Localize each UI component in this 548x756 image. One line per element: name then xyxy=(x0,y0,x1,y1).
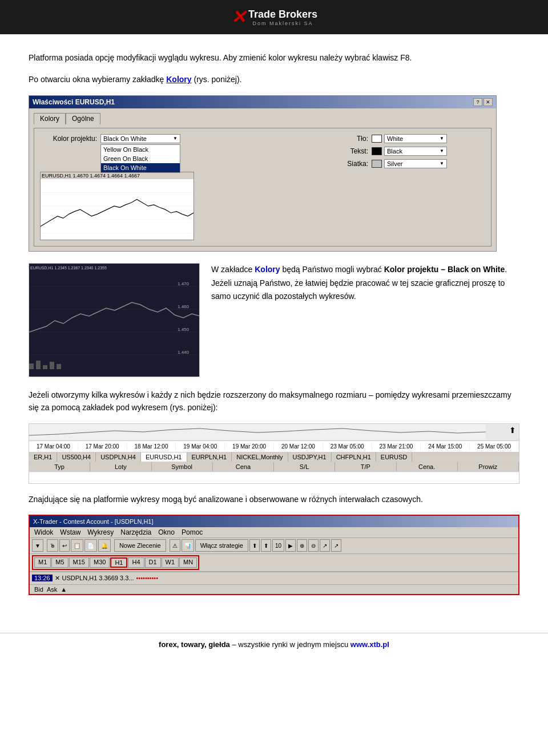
dropdown-arrow-icon: ▼ xyxy=(173,136,178,141)
logo-brand-text: Trade Brokers xyxy=(248,9,317,20)
chart-tab-5[interactable]: NICKEL,Monthly xyxy=(232,452,288,462)
chart-tab-0[interactable]: ER,H1 xyxy=(29,452,57,462)
toolbar-plus-icon[interactable]: ⊕ xyxy=(297,539,307,552)
interval-m15[interactable]: M15 xyxy=(69,557,89,568)
chart-tab-8[interactable]: EURUSD xyxy=(376,452,412,462)
chart-tab-7[interactable]: CHFPLN,H1 xyxy=(332,452,376,462)
col-symbol: Symbol xyxy=(152,462,213,471)
page-footer: forex, towary, giełda – wszystkie rynki … xyxy=(0,633,548,656)
toolbar-export-icon1[interactable]: ↗ xyxy=(320,539,330,552)
interval-m5[interactable]: M5 xyxy=(51,557,68,568)
menu-pomoc[interactable]: Pomoc xyxy=(182,528,203,536)
tekst-dropdown[interactable]: Black ▼ xyxy=(384,147,447,156)
toolbar-icon-4[interactable]: 📄 xyxy=(84,539,97,552)
tlo-value: White xyxy=(387,135,403,142)
dialog-help-btn[interactable]: ? xyxy=(473,98,482,106)
timeline-label-8: 24 Mar 15:00 xyxy=(421,442,470,451)
chart-svg xyxy=(41,179,194,240)
menu-widok[interactable]: Widok xyxy=(34,528,53,536)
chart-label: EURUSD,H1 1.4670 1.4674 1.4664 1.4667 xyxy=(41,172,194,179)
siatka-dropdown[interactable]: Silver ▼ xyxy=(384,159,447,168)
kolory-link[interactable]: Kolory xyxy=(166,75,191,84)
menu-narzedzia[interactable]: Narzędzia xyxy=(120,528,151,536)
strategy-icon[interactable]: 📊 xyxy=(182,539,194,552)
xtrader-titlebar: X-Trader - Contest Account - [USDPLN,H1] xyxy=(30,516,518,527)
chart-tab-3[interactable]: EURUSD,H1 xyxy=(141,452,187,462)
toolbar-icon-2[interactable]: ↩ xyxy=(59,539,70,552)
tlo-row: Tło: White ▼ xyxy=(337,134,485,143)
para2-suffix: (rys. poniżej). xyxy=(192,75,242,84)
col-sl: S/L xyxy=(274,462,335,471)
dialog-panel: Kolor projektu: Black On White ▼ Yellow … xyxy=(34,128,491,246)
toolbar-sep-icon2[interactable]: ⬆ xyxy=(261,539,271,552)
status-dots: •••••••••• xyxy=(136,575,159,581)
col-tp: T/P xyxy=(335,462,396,471)
toolbar-icon-5[interactable]: 🔔 xyxy=(98,539,111,552)
menu-wykresy[interactable]: Wykresy xyxy=(87,528,114,536)
tab-kolory[interactable]: Kolory xyxy=(34,113,66,124)
dialog-close-btn[interactable]: ✕ xyxy=(483,98,493,106)
dropdown-item-black-on-white[interactable]: Black On White xyxy=(101,163,180,172)
siatka-row: Siatka: Silver ▼ xyxy=(337,159,485,168)
para2-prefix: Po otwarciu okna wybieramy zakładkę xyxy=(29,75,166,84)
tab-ogolne[interactable]: Ogólne xyxy=(66,113,100,124)
dialog-title: Właściwości EURUSD,H1 xyxy=(33,98,115,106)
interval-mn[interactable]: MN xyxy=(179,557,197,568)
kolor-projektu-dropdown[interactable]: Black On White ▼ xyxy=(100,134,180,143)
main-content: Platforma posiada opcję modyfikacji wygl… xyxy=(0,34,548,616)
alert-icon[interactable]: ⚠ xyxy=(170,539,180,552)
toolbar-right-icon1[interactable]: ▶ xyxy=(285,539,296,552)
timeline-bar: ⬆ xyxy=(29,424,519,441)
interval-m1[interactable]: M1 xyxy=(34,557,51,568)
middle-paragraph: W zakładce Kolory będą Państwo mogli wyb… xyxy=(211,263,519,304)
siatka-value: Silver xyxy=(387,160,403,167)
toolbar-sep-icon1[interactable]: ⬆ xyxy=(249,539,260,552)
chart-tab-6[interactable]: USDJPY,H1 xyxy=(288,452,332,462)
page-header: ✕ Trade Brokers Dom Maklerski SA xyxy=(0,0,548,34)
toolbar-arrow-btn[interactable]: ▼ xyxy=(32,539,43,552)
svg-rect-13 xyxy=(50,362,54,369)
dropdown-container: Black On White ▼ Yellow On Black Green O… xyxy=(100,134,180,143)
timeline-label-6: 23 Mar 05:00 xyxy=(323,442,372,451)
toolbar-icon-3[interactable]: 📋 xyxy=(71,539,83,552)
interval-h1[interactable]: H1 xyxy=(110,557,127,568)
toolbar-minus-icon[interactable]: ⊖ xyxy=(308,539,319,552)
menu-okno[interactable]: Okno xyxy=(158,528,175,536)
kolory-bold-link: Kolory xyxy=(255,265,280,274)
tekst-dropdown-arrow: ▼ xyxy=(440,148,444,153)
dialog-tabs: Kolory Ogólne xyxy=(34,113,491,124)
timeline-label-7: 23 Mar 21:00 xyxy=(372,442,421,451)
col-cena2: Cena. xyxy=(397,462,458,471)
dialog-screenshot: Właściwości EURUSD,H1 ? ✕ Kolory Ogólne … xyxy=(29,95,497,252)
dropdown-item-green[interactable]: Green On Black xyxy=(101,154,180,163)
interval-d1[interactable]: D1 xyxy=(145,557,161,568)
ask-label: Ask xyxy=(47,586,57,593)
interval-h4[interactable]: H4 xyxy=(128,557,144,568)
paragraph-3: Jeżeli otworzymy kilka wykresów i każdy … xyxy=(29,389,519,414)
tlo-dropdown[interactable]: White ▼ xyxy=(384,134,447,143)
dialog-controls: ? ✕ xyxy=(473,98,493,106)
chart-visual: 1.470 1.460 1.450 1.440 EURUSD,H1 1.2345… xyxy=(29,264,200,377)
toolbar-icon-group: 🖱 ↩ 📋 📄 🔔 xyxy=(47,539,111,552)
chart-tab-1[interactable]: US500,H4 xyxy=(57,452,96,462)
interval-m30[interactable]: M30 xyxy=(90,557,110,568)
dropdown-item-yellow[interactable]: Yellow On Black xyxy=(101,145,180,154)
paragraph-1: Platforma posiada opcję modyfikacji wygl… xyxy=(29,51,519,64)
menu-wstaw[interactable]: Wstaw xyxy=(60,528,80,536)
timeline-label-4: 19 Mar 20:00 xyxy=(225,442,274,451)
dialog-body: Kolory Ogólne Kolor projektu: Black On W… xyxy=(29,108,496,251)
footer-link[interactable]: www.xtb.pl xyxy=(350,640,389,649)
toolbar-icon-1[interactable]: 🖱 xyxy=(47,539,58,552)
toolbar-export-icon2[interactable]: ↗ xyxy=(331,539,341,552)
interval-w1[interactable]: W1 xyxy=(162,557,179,568)
chart-tab-4[interactable]: EURPLN,H1 xyxy=(187,452,232,462)
new-order-btn[interactable]: Nowe Zlecenie xyxy=(114,539,166,552)
timeline-chart xyxy=(29,424,486,440)
toolbar-num[interactable]: 10 xyxy=(272,539,284,552)
chart-tab-2[interactable]: USDPLN,H4 xyxy=(96,452,141,462)
strategy-btn[interactable]: Włącz strategie xyxy=(195,539,248,552)
xtrader-menubar: Widok Wstaw Wykresy Narzędzia Okno Pomoc xyxy=(30,527,518,538)
close-icon: ✕ xyxy=(55,575,60,582)
bid-ask-icon: ▲ xyxy=(61,586,67,593)
svg-rect-11 xyxy=(36,361,41,369)
